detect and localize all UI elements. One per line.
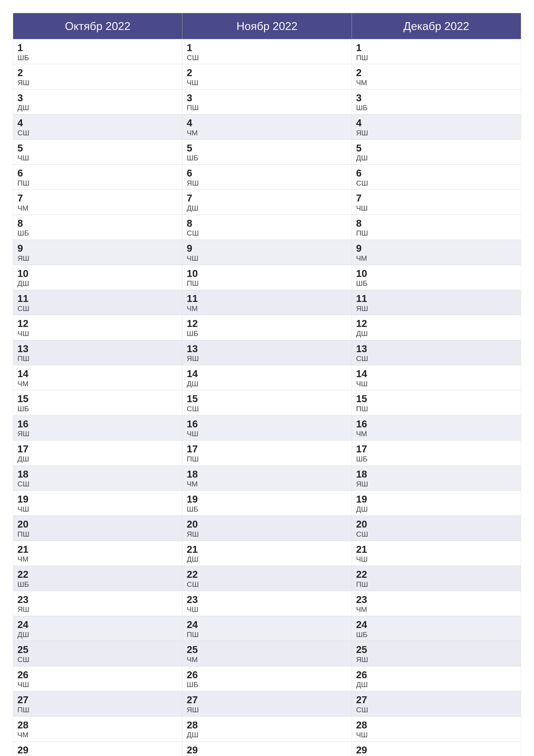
day-label: ЧМ [356,605,517,614]
day-cell-col1: 10ДШ [13,265,182,290]
table-row: 23ЯШ23ЧШ23ЧМ [13,591,521,616]
table-row: 7ЧМ7ДШ7ЧШ [13,190,521,215]
table-row: 24ДШ24ПШ24ШБ [13,616,521,641]
table-row: 15ШБ15СШ15ПШ [13,390,521,415]
day-cell-col3: 27СШ [352,691,521,716]
day-number: 23 [187,594,347,605]
day-cell-col2: 28ДШ [182,716,352,741]
day-label: ДШ [356,329,517,338]
day-cell-col3: 21ЧШ [352,541,521,566]
day-number: 13 [17,343,178,354]
day-cell-col2: 11ЧМ [182,290,352,315]
day-number: 23 [356,594,517,605]
day-cell-col2: 29СШ [182,741,352,756]
day-cell-col2: 16ЧШ [182,415,352,440]
day-label: СШ [187,580,347,589]
day-cell-col1: 22ШБ [13,566,182,591]
table-row: 28ЧМ28ДШ28ЧШ [13,716,521,741]
day-number: 4 [356,118,517,128]
day-number: 9 [356,243,517,254]
day-cell-col3: 6СШ [352,164,521,189]
day-number: 3 [17,93,178,103]
day-cell-col2: 26ШБ [182,666,352,691]
day-label: ЧШ [17,505,178,514]
day-number: 2 [356,67,517,78]
day-label: ЧШ [187,78,347,87]
day-number: 5 [187,143,347,154]
day-label: ЯШ [17,254,178,263]
day-cell-col3: 19ДШ [352,491,521,516]
day-label: ДШ [17,630,178,639]
day-number: 8 [187,218,347,229]
day-number: 21 [356,544,517,555]
day-cell-col3: 17ШБ [352,441,521,466]
day-label: ШБ [187,153,347,162]
day-cell-col2: 20ЯШ [182,516,352,541]
day-label: ПШ [17,705,178,714]
day-label: ДШ [187,379,347,388]
day-label: ШБ [187,680,347,689]
day-cell-col1: 25СШ [13,641,182,666]
day-cell-col1: 4СШ [13,115,182,139]
header-col3: Декабр 2022 [352,13,521,39]
day-label: СШ [187,53,347,62]
day-label: ЧШ [17,153,178,162]
day-cell-col1: 5ЧШ [13,139,182,164]
day-number: 7 [187,193,347,204]
day-number: 22 [17,569,178,580]
day-label: ДШ [17,103,178,112]
day-label: ЯШ [187,705,347,714]
day-cell-col2: 27ЯШ [182,691,352,716]
day-label: ЧШ [17,680,178,689]
day-number: 20 [187,519,347,530]
table-row: 10ДШ10ПШ10ШБ [13,265,521,290]
day-label: ЧМ [17,555,178,564]
day-number: 18 [187,469,347,480]
table-row: 20ПШ20ЯШ20СШ [13,516,521,541]
day-label: ДШ [356,680,517,689]
day-cell-col2: 18ЧМ [182,466,352,491]
day-cell-col2: 5ШБ [182,139,352,164]
table-row: 22ШБ22СШ22ПШ [13,566,521,591]
day-label: ЧМ [187,304,347,313]
day-label: ШБ [17,229,178,237]
day-cell-col2: 24ПШ [182,616,352,641]
header-col1: Октябр 2022 [13,13,182,39]
day-number: 11 [17,293,178,304]
table-row: 11СШ11ЧМ11ЯШ [13,290,521,315]
day-label: ЯШ [356,128,517,137]
day-label: ПШ [187,454,347,463]
day-cell-col1: 26ЧШ [13,666,182,691]
day-label: ДШ [187,204,347,212]
day-cell-col2: 2ЧШ [182,64,352,89]
day-cell-col3: 24ШБ [352,616,521,641]
day-number: 7 [356,193,517,204]
day-number: 10 [187,268,347,279]
day-number: 21 [187,544,347,555]
day-number: 1 [356,42,517,53]
day-label: ДШ [356,505,517,514]
day-label: ПШ [356,404,517,413]
day-number: 4 [17,118,178,128]
day-number: 5 [356,143,517,154]
day-number: 7 [17,193,178,204]
day-label: ПШ [187,103,347,112]
day-number: 24 [17,619,178,630]
day-cell-col1: 18СШ [13,466,182,491]
day-number: 2 [187,67,347,78]
day-cell-col3: 16ЧМ [352,415,521,440]
day-cell-col2: 9ЧШ [182,240,352,265]
day-number: 3 [356,93,517,103]
day-cell-col1: 28ЧМ [13,716,182,741]
table-row: 12ЧШ12ШБ12ДШ [13,315,521,340]
day-label: ПШ [187,279,347,288]
day-cell-col3: 1ПШ [352,39,521,64]
table-row: 19ЧШ19ШБ19ДШ [13,491,521,516]
day-cell-col3: 7ЧШ [352,190,521,215]
day-number: 28 [187,719,347,731]
day-cell-col2: 13ЯШ [182,340,352,365]
day-label: ЯШ [356,479,517,488]
day-cell-col2: 21ДШ [182,541,352,566]
day-number: 6 [17,168,178,179]
day-label: ЧМ [187,479,347,488]
